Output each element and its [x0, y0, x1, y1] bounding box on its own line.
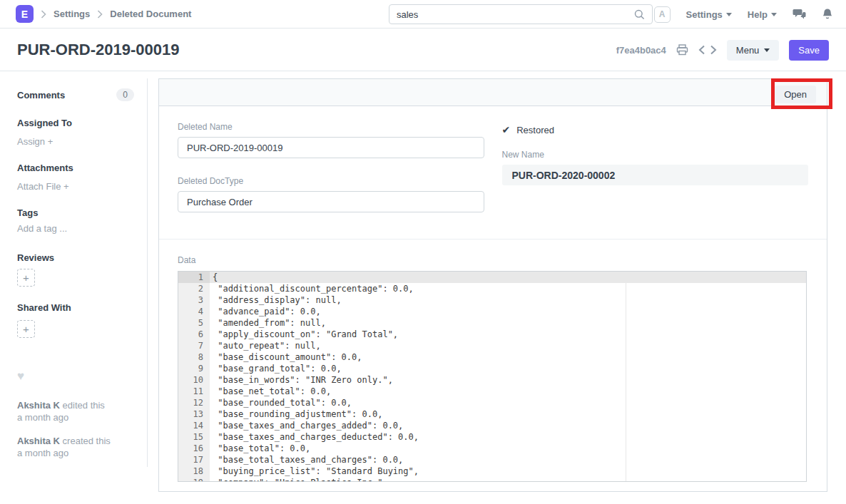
help-menu-label: Help — [748, 9, 768, 20]
code-line: 5 "amended_from": null, — [178, 317, 806, 329]
code-text: "address_display": null, — [210, 294, 342, 306]
code-line: 15 "base_taxes_and_charges_deducted": 0.… — [178, 431, 806, 443]
form-card: Open Deleted Name Deleted DocType ✔ Rest… — [158, 78, 827, 492]
code-line: 16 "base_total": 0.0, — [178, 443, 806, 454]
line-number: 16 — [178, 443, 210, 454]
settings-menu[interactable]: Settings — [686, 9, 732, 20]
next-doc-icon[interactable] — [710, 45, 717, 55]
code-text: "base_total": 0.0, — [210, 443, 310, 454]
tags-heading: Tags — [17, 207, 134, 218]
code-text: "buying_price_list": "Standard Buying", — [210, 466, 419, 477]
notifications-bell-icon[interactable] — [822, 8, 833, 21]
data-code-editor[interactable]: 1{2 "additional_discount_percentage": 0.… — [178, 271, 807, 482]
like-heart-icon[interactable]: ♥ — [17, 369, 134, 384]
code-text: "base_total_taxes_and_charges": 0.0, — [210, 454, 403, 466]
print-icon[interactable] — [676, 44, 688, 56]
navbar: E Settings Deleted Document A Settings H… — [0, 0, 846, 29]
code-line: 19 "company": "Unico Plastics Inc.", — [178, 477, 806, 482]
prev-doc-icon[interactable] — [698, 45, 705, 55]
shared-with-heading: Shared With — [17, 302, 134, 313]
assigned-to-heading: Assigned To — [17, 118, 134, 128]
breadcrumb-chevron-icon — [41, 10, 46, 19]
attachments-heading: Attachments — [17, 163, 134, 173]
add-review-button[interactable]: + — [17, 269, 35, 287]
line-number: 13 — [178, 408, 210, 420]
chevron-down-icon — [726, 13, 732, 16]
line-number: 6 — [178, 329, 210, 340]
code-text: "amended_from": null, — [210, 317, 326, 329]
code-line: 9 "base_grand_total": 0.0, — [178, 363, 806, 374]
line-number: 1 — [178, 272, 210, 283]
save-button[interactable]: Save — [789, 40, 829, 61]
line-number: 4 — [178, 306, 210, 317]
code-line: 10 "base_in_words": "INR Zero only.", — [178, 374, 806, 386]
help-menu[interactable]: Help — [748, 9, 777, 20]
form-fields: Deleted Name Deleted DocType ✔ Restored … — [159, 106, 827, 222]
line-number: 11 — [178, 386, 210, 397]
app-logo[interactable]: E — [16, 5, 34, 23]
code-text: "additional_discount_percentage": 0.0, — [210, 283, 414, 294]
code-line: 14 "base_taxes_and_charges_added": 0.0, — [178, 420, 806, 431]
form-sidebar: Comments 0 Assigned To Assign + Attachme… — [0, 78, 148, 467]
share-button[interactable]: + — [17, 320, 35, 338]
line-number: 12 — [178, 397, 210, 408]
activity-time: a month ago — [17, 412, 68, 423]
deleted-doctype-input[interactable] — [178, 191, 484, 212]
code-text: "base_grand_total": 0.0, — [210, 363, 342, 374]
menu-button[interactable]: Menu — [727, 40, 780, 61]
deleted-doctype-label: Deleted DocType — [178, 176, 484, 186]
line-number: 15 — [178, 431, 210, 443]
breadcrumb-deleted-document[interactable]: Deleted Document — [110, 9, 191, 19]
code-line: 18 "buying_price_list": "Standard Buying… — [178, 466, 806, 477]
chevron-down-icon — [764, 48, 770, 52]
deleted-name-input[interactable] — [178, 137, 484, 158]
page-title: PUR-ORD-2019-00019 — [17, 41, 179, 59]
code-line: 4 "advance_paid": 0.0, — [178, 306, 806, 317]
line-number: 19 — [178, 477, 210, 482]
add-tag-input[interactable]: Add a tag ... — [17, 223, 134, 234]
search-input[interactable] — [397, 9, 634, 20]
activity-action: edited this — [63, 400, 105, 411]
settings-menu-label: Settings — [686, 9, 723, 20]
avatar[interactable]: A — [654, 6, 671, 23]
code-text: "base_rounded_total": 0.0, — [210, 397, 352, 408]
attach-file-button[interactable]: Attach File + — [17, 181, 134, 192]
line-number: 8 — [178, 351, 210, 363]
code-text: "advance_paid": 0.0, — [210, 306, 321, 317]
new-name-label: New Name — [502, 150, 809, 160]
code-text: "base_taxes_and_charges_added": 0.0, — [210, 420, 403, 431]
chat-icon[interactable] — [793, 9, 806, 21]
line-number: 7 — [178, 340, 210, 351]
line-number: 18 — [178, 466, 210, 477]
activity-list: Akshita K edited thisa month agoAkshita … — [17, 399, 134, 459]
code-line: 11 "base_net_total": 0.0, — [178, 386, 806, 397]
global-search[interactable] — [389, 4, 653, 24]
line-number: 2 — [178, 283, 210, 294]
assign-button[interactable]: Assign + — [17, 136, 134, 147]
code-line: 17 "base_total_taxes_and_charges": 0.0, — [178, 454, 806, 466]
code-line: 2 "additional_discount_percentage": 0.0, — [178, 283, 806, 294]
code-text: { — [210, 272, 218, 283]
line-number: 14 — [178, 420, 210, 431]
chevron-down-icon — [771, 13, 777, 16]
form-toolbar: Open — [159, 79, 827, 106]
page-head: PUR-ORD-2019-00019 f7ea4b0ac4 Menu Save — [0, 29, 846, 71]
reviews-heading: Reviews — [17, 252, 134, 263]
restored-label: Restored — [516, 125, 554, 135]
code-text: "base_taxes_and_charges_deducted": 0.0, — [210, 431, 419, 443]
code-text: "company": "Unico Plastics Inc.", — [210, 477, 388, 482]
code-line: 6 "apply_discount_on": "Grand Total", — [178, 329, 806, 340]
line-number: 3 — [178, 294, 210, 306]
code-text: "base_discount_amount": 0.0, — [210, 351, 362, 363]
line-number: 9 — [178, 363, 210, 374]
restored-checkbox[interactable]: ✔ Restored — [502, 124, 809, 135]
data-section: Data 1{2 "additional_discount_percentage… — [159, 240, 827, 482]
activity-action: created this — [63, 436, 111, 446]
code-text: "apply_discount_on": "Grand Total", — [210, 329, 398, 340]
line-number: 10 — [178, 374, 210, 386]
code-line: 13 "base_rounding_adjustment": 0.0, — [178, 408, 806, 420]
open-button[interactable]: Open — [775, 86, 816, 103]
breadcrumb-settings[interactable]: Settings — [53, 9, 90, 19]
comments-link[interactable]: Comments — [17, 90, 65, 101]
activity-user: Akshita K — [17, 400, 60, 411]
